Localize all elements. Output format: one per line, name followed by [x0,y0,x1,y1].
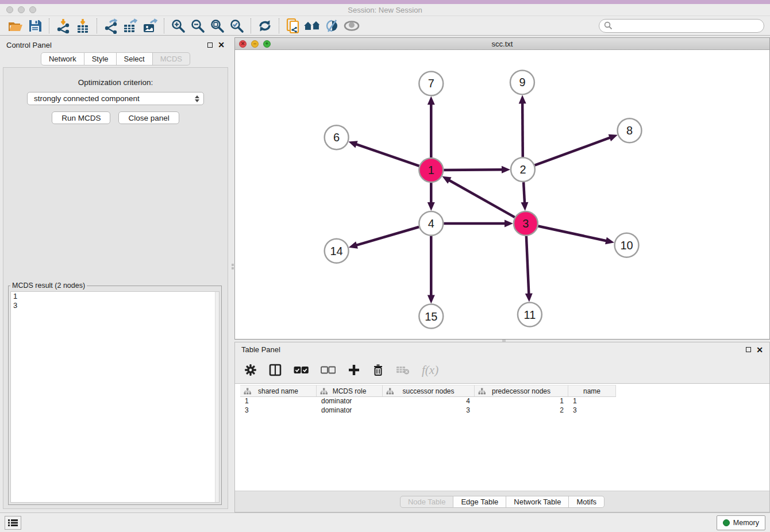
tab-network-table[interactable]: Network Table [506,496,569,508]
close-panel-icon[interactable]: ✕ [756,347,763,353]
show-columns-button[interactable] [269,364,282,376]
column-header-mcds-role[interactable]: MCDS role [317,385,383,396]
graph-node-10[interactable]: 10 [615,233,639,257]
network-graph[interactable]: 7968124314101511 [235,50,769,339]
run-mcds-button[interactable]: Run MCDS [52,111,110,124]
save-session-button[interactable] [25,17,45,34]
add-row-button[interactable] [348,364,360,376]
float-panel-icon[interactable] [746,347,751,352]
graph-node-3[interactable]: 3 [514,211,538,236]
graph-node-6[interactable]: 6 [325,125,349,149]
delete-table-button[interactable] [396,365,410,375]
result-scrollbar[interactable] [215,292,219,502]
table-cell[interactable]: 1 [568,397,616,406]
tab-node-table[interactable]: Node Table [400,496,454,508]
export-image-button[interactable] [140,17,160,34]
table-row[interactable]: 3dominator323 [240,406,616,415]
graph-node-7[interactable]: 7 [419,71,443,95]
network-canvas[interactable]: 7968124314101511 [235,50,769,339]
graph-edge-1-4[interactable] [428,183,435,211]
graph-node-14[interactable]: 14 [325,239,349,263]
table-cell[interactable]: 3 [568,406,616,415]
close-view-icon[interactable]: ✕ [239,40,247,48]
graph-edge-2-3[interactable] [521,182,528,211]
float-panel-icon[interactable] [207,43,213,48]
function-builder-button[interactable]: f(x) [422,363,438,377]
graph-edge-2-9[interactable] [519,95,526,157]
table-cell[interactable]: dominator [317,397,383,406]
svg-text:9: 9 [519,76,525,88]
network-window-titlebar[interactable]: ✕ − + scc.txt [235,38,769,50]
minimize-view-icon[interactable]: − [251,40,259,48]
panel-splitter[interactable] [231,36,234,512]
graph-node-15[interactable]: 15 [419,304,443,329]
tab-edge-table[interactable]: Edge Table [453,496,506,508]
close-window-icon[interactable] [6,6,13,13]
tab-select[interactable]: Select [117,52,153,65]
graph-node-8[interactable]: 8 [618,118,642,142]
table-cell[interactable]: 2 [475,406,568,415]
graph-node-11[interactable]: 11 [518,303,542,327]
table-cell[interactable]: 4 [383,397,475,406]
zoom-selected-button[interactable] [227,17,247,34]
zoom-fit-button[interactable] [207,17,227,34]
graph-edge-1-7[interactable] [428,96,435,157]
table-cell[interactable]: 3 [240,406,317,415]
table-cell[interactable]: 1 [240,397,317,406]
search-input[interactable] [615,21,759,30]
graph-edge-3-11[interactable] [525,236,533,302]
refresh-layout-button[interactable] [255,17,275,34]
horizontal-splitter[interactable] [234,340,770,342]
graph-edge-1-2[interactable] [444,166,510,174]
zoom-out-button[interactable] [188,17,207,34]
table-settings-button[interactable] [244,364,257,376]
export-table-button[interactable] [121,17,140,34]
memory-button[interactable]: Memory [717,515,765,530]
graph-edge-4-14[interactable] [349,227,419,249]
table-cell[interactable]: 3 [383,406,475,415]
import-table-button[interactable] [73,17,93,34]
tab-motifs[interactable]: Motifs [569,496,605,508]
graph-node-9[interactable]: 9 [510,70,534,94]
graph-edge-3-10[interactable] [538,226,614,245]
graph-edge-2-8[interactable] [535,134,618,165]
close-panel-button[interactable]: Close panel [118,111,179,124]
tab-style[interactable]: Style [84,52,117,65]
column-header-successor-nodes[interactable]: successor nodes [383,385,475,396]
table-row[interactable]: 1dominator411 [240,397,616,406]
graph-edge-4-15[interactable] [428,236,435,304]
maximize-view-icon[interactable]: + [263,40,271,48]
minimize-window-icon[interactable] [18,6,25,13]
select-all-rows-button[interactable] [294,366,309,374]
criterion-dropdown[interactable]: strongly connected component [27,92,204,105]
graph-edge-3-1[interactable] [442,176,514,217]
column-header-predecessor-nodes[interactable]: predecessor nodes [475,385,568,396]
import-network-button[interactable] [53,17,73,34]
mcds-result-text[interactable]: 1 3 [10,291,220,503]
show-panels-button[interactable] [5,516,21,530]
table-cell[interactable]: 1 [475,397,568,406]
hide-display-button[interactable] [322,17,342,34]
delete-row-button[interactable] [372,364,384,376]
search-field[interactable] [599,19,764,33]
graph-node-4[interactable]: 4 [419,211,443,236]
graph-edge-4-3[interactable] [444,219,513,227]
clone-network-button[interactable] [283,17,303,34]
tab-network[interactable]: Network [41,52,84,65]
result-line: 1 [11,292,219,301]
export-network-button[interactable] [101,17,121,34]
table-cell[interactable]: dominator [317,406,383,415]
column-header-shared-name[interactable]: shared name [240,385,317,396]
maximize-window-icon[interactable] [29,6,36,13]
column-header-name[interactable]: name [568,385,616,396]
zoom-in-button[interactable] [168,17,188,34]
open-session-button[interactable] [6,17,25,34]
show-display-button[interactable] [342,17,361,34]
graph-edge-1-6[interactable] [348,141,419,166]
close-panel-icon[interactable]: ✕ [218,42,225,48]
graph-node-2[interactable]: 2 [511,157,535,182]
tab-mcds[interactable]: MCDS [153,52,190,65]
home-button[interactable] [303,17,322,34]
graph-node-1[interactable]: 1 [419,158,443,182]
deselect-all-rows-button[interactable] [321,366,336,374]
